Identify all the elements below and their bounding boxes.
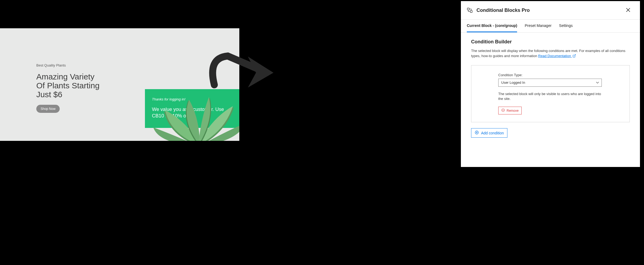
shop-now-button[interactable]: Shop Now	[36, 105, 60, 113]
hero-title: Amazing Variety Of Plants Starting Just …	[36, 72, 99, 99]
condition-card: Condition Type: User Logged In The selec…	[471, 65, 630, 122]
read-documentation-label: Read Documentation	[538, 54, 571, 58]
modal-title-wrap: Conditional Blocks Pro	[467, 7, 530, 13]
hero-title-line: Just $6	[36, 90, 62, 99]
website-preview-panel: Best Quality Plants Amazing Variety Of P…	[0, 28, 239, 141]
close-button[interactable]	[625, 7, 631, 13]
condition-help-text: The selected block will only be visible …	[498, 92, 602, 101]
remove-circle-icon	[501, 108, 505, 113]
hero-content: Best Quality Plants Amazing Variety Of P…	[36, 63, 99, 113]
modal-body: Condition Builder The selected block wil…	[461, 33, 640, 144]
remove-condition-button[interactable]: Remove	[498, 107, 522, 114]
add-condition-button[interactable]: Add condition	[471, 128, 507, 138]
close-icon	[625, 9, 631, 13]
condition-type-label: Condition Type:	[498, 73, 603, 77]
modal-header: Conditional Blocks Pro	[461, 1, 640, 20]
conditional-blocks-modal: Conditional Blocks Pro Current Block - (…	[461, 1, 640, 167]
external-link-icon	[572, 54, 576, 59]
tab-preset-manager[interactable]: Preset Manager	[525, 20, 552, 32]
plus-circle-icon	[475, 130, 479, 135]
tab-current-block[interactable]: Current Block - (core/group)	[467, 20, 517, 32]
tab-settings[interactable]: Settings	[559, 20, 573, 32]
add-condition-label: Add condition	[481, 131, 504, 135]
hero-title-line: Amazing Variety	[36, 72, 94, 81]
condition-builder-heading: Condition Builder	[471, 39, 630, 45]
modal-title: Conditional Blocks Pro	[476, 8, 530, 13]
conditional-blocks-icon	[467, 7, 473, 13]
hero-title-line: Of Plants Starting	[36, 81, 99, 90]
remove-button-label: Remove	[507, 109, 519, 113]
plant-decoration-image	[153, 92, 239, 141]
hero-eyebrow: Best Quality Plants	[36, 63, 99, 67]
read-documentation-link[interactable]: Read Documentation	[538, 54, 576, 58]
svg-rect-1	[470, 11, 472, 12]
modal-tabs: Current Block - (core/group) Preset Mana…	[461, 20, 640, 33]
condition-builder-description: The selected block will display when the…	[471, 48, 630, 59]
condition-type-select[interactable]: User Logged In	[498, 79, 602, 87]
svg-rect-0	[467, 8, 469, 10]
